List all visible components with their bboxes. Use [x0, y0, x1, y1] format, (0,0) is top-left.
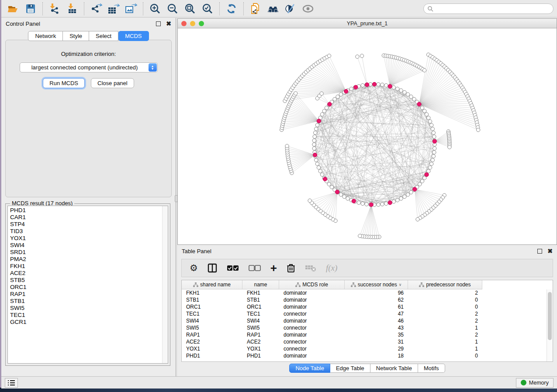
table-row[interactable]: FKH1FKH1dominator962 [182, 289, 553, 296]
mcds-dominator-node[interactable] [365, 83, 369, 86]
mcds-result-item[interactable]: SRD1 [8, 249, 168, 256]
graph-leaf-node[interactable] [358, 234, 362, 237]
mcds-result-item[interactable]: ORC1 [8, 284, 168, 291]
graph-node[interactable] [396, 87, 399, 90]
mcds-result-item[interactable]: CAR1 [8, 214, 168, 221]
float-panel-icon[interactable] [537, 249, 542, 254]
graph-node[interactable] [429, 162, 433, 165]
refresh-icon[interactable] [225, 3, 238, 15]
graph-node[interactable] [312, 143, 316, 146]
mcds-result-item[interactable]: STB5 [8, 277, 168, 284]
mcds-result-item[interactable]: TID3 [8, 228, 168, 235]
graph-leaf-node[interactable] [448, 145, 451, 149]
graph-node[interactable] [384, 83, 388, 87]
mcds-dominator-node[interactable] [323, 177, 327, 181]
import-table-icon[interactable] [66, 3, 78, 15]
zoom-in-icon[interactable] [149, 3, 161, 15]
import-network-icon[interactable] [48, 3, 61, 15]
graph-leaf-node[interactable] [294, 92, 297, 95]
table-row[interactable]: TEC1TEC1connector472 [182, 310, 553, 317]
graph-node[interactable] [361, 83, 364, 87]
show-all-icon[interactable] [302, 3, 314, 15]
mcds-result-item[interactable]: STP4 [8, 221, 168, 228]
mcds-result-item[interactable]: ACE2 [8, 270, 168, 277]
mcds-dominator-node[interactable] [354, 85, 358, 89]
tab-motifs[interactable]: Motifs [418, 364, 445, 373]
mcds-dominator-node[interactable] [328, 102, 332, 106]
tab-style[interactable]: Style [63, 31, 89, 41]
mcds-dominator-node[interactable] [372, 82, 376, 86]
graph-node[interactable] [392, 86, 395, 89]
mcds-dominator-node[interactable] [352, 199, 356, 203]
tab-edge-table[interactable]: Edge Table [330, 364, 370, 373]
graph-node[interactable] [403, 195, 406, 198]
zoom-out-icon[interactable] [166, 3, 179, 15]
run-mcds-button[interactable]: Run MCDS [43, 78, 85, 88]
zoom-fit-icon[interactable] [184, 3, 196, 15]
mcds-dominator-node[interactable] [335, 190, 339, 194]
graph-node[interactable] [315, 158, 318, 162]
graph-node[interactable] [428, 120, 432, 123]
graph-node[interactable] [412, 97, 416, 101]
graph-leaf-node[interactable] [285, 144, 289, 148]
graph-leaf-node[interactable] [476, 128, 480, 131]
graph-node[interactable] [315, 123, 319, 127]
graph-node[interactable] [420, 179, 424, 183]
criterion-select[interactable]: largest connected component (undirected)… [20, 62, 158, 72]
mcds-result-item[interactable]: SWI5 [8, 305, 168, 312]
delete-table-icon[interactable] [305, 262, 316, 274]
graph-node[interactable] [357, 201, 360, 204]
graph-node[interactable] [318, 169, 322, 173]
clone-network-icon[interactable] [249, 3, 262, 15]
float-panel-icon[interactable] [156, 21, 161, 26]
mcds-result-item[interactable]: STB1 [8, 298, 168, 305]
graph-node[interactable] [339, 93, 343, 96]
graph-node[interactable] [432, 135, 436, 138]
graph-node[interactable] [399, 197, 403, 200]
mcds-dominator-node[interactable] [388, 84, 392, 88]
graph-node[interactable] [322, 109, 326, 113]
table-row[interactable]: PHD1PHD1dominator180 [182, 352, 553, 359]
save-session-icon[interactable] [24, 3, 37, 15]
first-neighbors-icon[interactable] [267, 3, 279, 15]
mcds-dominator-node[interactable] [317, 119, 321, 123]
add-column-icon[interactable]: + [270, 262, 277, 274]
mcds-list-scrollbar[interactable] [162, 206, 168, 363]
column-header-predecessor-nodes[interactable]: predecessor nodes [408, 280, 482, 289]
mcds-dominator-node[interactable] [344, 89, 348, 93]
graph-node[interactable] [343, 195, 346, 198]
mcds-result-item[interactable]: FKH1 [8, 263, 168, 270]
hide-selected-icon[interactable] [284, 3, 297, 15]
search-field[interactable] [423, 3, 554, 14]
graph-node[interactable] [409, 190, 413, 194]
tab-select[interactable]: Select [89, 31, 118, 41]
graph-node[interactable] [423, 109, 426, 113]
task-history-button[interactable] [5, 378, 18, 388]
tab-network-table[interactable]: Network Table [370, 364, 418, 373]
graph-node[interactable] [315, 127, 318, 131]
column-header-successor-nodes[interactable]: successor nodes∨ [345, 280, 408, 289]
mcds-result-item[interactable]: GCR1 [8, 319, 168, 326]
graph-node[interactable] [403, 90, 406, 94]
table-row[interactable]: SWI4SWI4dominator462 [182, 317, 553, 324]
graph-node[interactable] [425, 113, 428, 116]
graph-node[interactable] [433, 147, 436, 150]
graph-node[interactable] [365, 203, 368, 206]
close-panel-button[interactable]: Close panel [91, 78, 134, 88]
mcds-dominator-node[interactable] [313, 153, 317, 157]
graph-node[interactable] [392, 199, 395, 203]
graph-node[interactable] [396, 198, 399, 202]
graph-node[interactable] [325, 106, 328, 110]
graph-node[interactable] [313, 131, 317, 134]
graph-node[interactable] [320, 113, 324, 116]
graph-node[interactable] [431, 127, 434, 131]
graph-node[interactable] [406, 93, 409, 96]
graph-node[interactable] [384, 202, 388, 205]
export-image-icon[interactable] [125, 3, 137, 15]
graph-node[interactable] [406, 193, 409, 196]
graph-leaf-node[interactable] [320, 92, 323, 95]
graph-node[interactable] [381, 83, 384, 86]
graph-node[interactable] [377, 203, 380, 206]
graph-node[interactable] [432, 131, 435, 134]
export-network-icon[interactable] [90, 3, 102, 15]
